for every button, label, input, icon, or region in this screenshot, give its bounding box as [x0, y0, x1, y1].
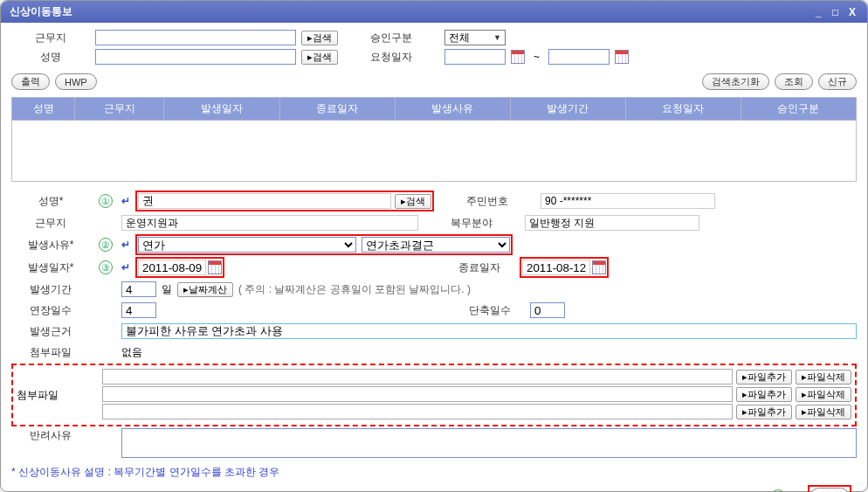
circled-2-icon: ② — [99, 238, 113, 252]
service-field-value: 일반행정 지원 — [525, 215, 699, 231]
start-date-field[interactable] — [138, 260, 206, 275]
attach-label-ro: 첨부파일 — [11, 345, 90, 360]
date-range-tilde: ~ — [534, 51, 540, 63]
approval-type-select[interactable]: 전체 ▼ — [444, 30, 506, 45]
new-button[interactable]: 신규 — [818, 73, 857, 90]
reason-label: 발생사유* — [11, 238, 90, 253]
short-label: 단축일수 — [455, 303, 525, 318]
attach-field-3[interactable] — [102, 404, 733, 419]
period-value[interactable] — [121, 281, 156, 297]
reset-search-button[interactable]: 검색초기화 — [702, 73, 769, 90]
approval-type-value: 전체 — [449, 31, 470, 45]
attach-add-1[interactable]: ▸파일추가 — [736, 370, 792, 385]
window-title: 신상이동통보 — [10, 4, 72, 19]
end-date-field[interactable] — [522, 260, 590, 275]
reject-label: 반려사유 — [11, 428, 90, 443]
name-input-search[interactable] — [95, 49, 296, 65]
short-value[interactable] — [530, 302, 565, 318]
approval-type-label: 승인구분 — [343, 31, 439, 45]
col-name: 성명 — [12, 98, 75, 121]
name-label-search: 성명 — [11, 50, 90, 65]
attach-field-1[interactable] — [102, 369, 733, 385]
date-calc-button[interactable]: ▸날짜계산 — [177, 282, 233, 297]
col-reason: 발생사유 — [395, 98, 510, 121]
reason-select[interactable]: 연가 — [138, 237, 356, 253]
period-note: ( 주의 : 날짜계산은 공휴일이 포함된 날짜입니다. ) — [238, 282, 471, 297]
hwp-button[interactable]: HWP — [55, 73, 97, 90]
end-date-label: 종료일자 — [444, 260, 514, 275]
calendar-icon[interactable] — [208, 260, 222, 274]
request-date-from[interactable] — [444, 49, 506, 65]
basis-label: 발생근거 — [11, 324, 90, 339]
circled-1-icon: ① — [99, 194, 113, 208]
grid-body[interactable] — [11, 121, 857, 182]
basis-field[interactable] — [121, 323, 857, 339]
col-start-date: 발생일자 — [164, 98, 279, 121]
calendar-icon[interactable] — [511, 50, 525, 64]
workplace-value: 운영지원과 — [121, 215, 418, 231]
request-date-label: 요청일자 — [343, 50, 439, 65]
results-table: 성명 근무지 발생일자 종료일자 발생사유 발생기간 요청일자 승인구분 — [11, 97, 857, 121]
attach-value-ro: 없음 — [121, 345, 142, 360]
close-icon[interactable]: X — [846, 6, 858, 18]
col-end-date: 종료일자 — [279, 98, 395, 121]
circled-3-icon: ③ — [99, 260, 113, 274]
name-lookup-button[interactable]: ▸검색 — [395, 194, 431, 209]
name-label: 성명* — [11, 194, 90, 209]
col-req-date: 요청일자 — [625, 98, 741, 121]
col-approval: 승인구분 — [741, 98, 856, 121]
attach-label: 첨부파일 — [17, 388, 95, 403]
workplace-label: 근무지 — [11, 31, 90, 45]
minimize-icon[interactable]: _ — [812, 6, 824, 18]
attach-field-2[interactable] — [102, 386, 733, 402]
service-field-label: 복무분야 — [424, 216, 520, 231]
name-field[interactable] — [138, 193, 391, 209]
workplace-label-form: 근무지 — [11, 216, 90, 231]
col-period: 발생기간 — [510, 98, 625, 121]
extend-label: 연장일수 — [11, 303, 90, 318]
arrow-left-icon: ↵ — [121, 261, 130, 274]
attach-add-3[interactable]: ▸파일추가 — [736, 405, 792, 419]
period-unit: 일 — [162, 282, 172, 297]
name-search-button[interactable]: ▸검색 — [301, 50, 338, 65]
footer-note: * 신상이동사유 설명 : 복무기간별 연가일수를 초과한 경우 — [11, 465, 857, 480]
start-date-label: 발생일자* — [11, 260, 90, 275]
workplace-input[interactable] — [95, 30, 296, 45]
workplace-search-button[interactable]: ▸검색 — [301, 31, 338, 45]
query-button[interactable]: 조회 — [775, 73, 813, 90]
col-workplace: 근무지 — [75, 98, 164, 121]
rrn-label: 주민번호 — [439, 194, 535, 209]
maximize-icon[interactable]: □ — [830, 6, 842, 18]
reason2-select[interactable]: 연가초과결근 — [362, 237, 510, 253]
calendar-icon[interactable] — [592, 260, 606, 274]
attach-del-2[interactable]: ▸파일삭제 — [796, 387, 851, 402]
attach-del-3[interactable]: ▸파일삭제 — [796, 405, 851, 419]
period-label: 발생기간 — [11, 282, 90, 297]
print-button[interactable]: 출력 — [11, 73, 50, 90]
attach-del-1[interactable]: ▸파일삭제 — [796, 370, 851, 385]
attach-add-2[interactable]: ▸파일추가 — [736, 387, 792, 402]
calendar-icon[interactable] — [615, 50, 629, 64]
arrow-left-icon: ↵ — [121, 239, 130, 251]
chevron-down-icon: ▼ — [493, 33, 501, 42]
save-button[interactable]: 저장 — [810, 488, 849, 492]
extend-value[interactable] — [121, 302, 156, 318]
arrow-left-icon: ↵ — [121, 195, 130, 207]
rrn-value: 90 -******* — [541, 193, 715, 209]
request-date-to[interactable] — [548, 49, 610, 65]
circled-4-icon: ④ — [771, 489, 785, 493]
reject-reason-field[interactable] — [121, 428, 857, 458]
